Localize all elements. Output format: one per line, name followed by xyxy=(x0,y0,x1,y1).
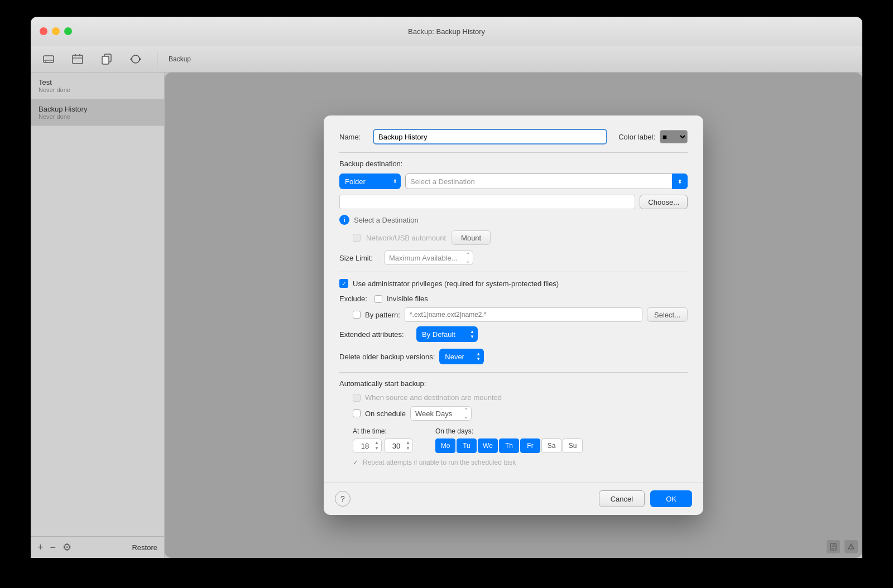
sidebar-item-bh-status: Never done xyxy=(39,113,156,120)
window-controls[interactable] xyxy=(40,27,72,35)
day-th-button[interactable]: Th xyxy=(499,438,519,453)
time-days-row: At the time: 18 ▲ ▼ xyxy=(339,427,688,453)
day-tu-button[interactable]: Tu xyxy=(457,438,477,453)
sidebar-item-bh-name: Backup History xyxy=(39,105,156,113)
sidebar-footer: + − ⚙ Restore xyxy=(31,536,164,558)
add-backup-button[interactable]: + xyxy=(37,542,44,553)
backup-label: Backup xyxy=(169,55,191,63)
day-sa-button[interactable]: Sa xyxy=(541,438,561,453)
path-row: Choose... xyxy=(339,195,688,209)
repeat-row: ✓ Repeat attempts if unable to run the s… xyxy=(339,459,688,466)
sync-toolbar-icon[interactable] xyxy=(126,49,146,69)
repeat-label: Repeat attempts if unable to run the sch… xyxy=(363,459,516,466)
destination-select[interactable]: Select a Destination xyxy=(405,173,688,189)
admin-priv-row: ✓ Use administrator privileges (required… xyxy=(339,279,688,288)
name-input[interactable] xyxy=(373,129,607,144)
minute-up-arrow[interactable]: ▲ xyxy=(406,440,410,446)
restore-button[interactable]: Restore xyxy=(132,543,157,552)
network-row: Network/USB automount Mount xyxy=(339,230,688,245)
size-limit-row: Size Limit: Maximum Available... ⌃⌄ xyxy=(339,250,688,265)
delete-versions-wrapper: Never ▲ ▼ xyxy=(439,349,484,364)
window-title: Backup: Backup History xyxy=(408,27,485,36)
pattern-input[interactable] xyxy=(405,307,642,322)
hour-value: 18 xyxy=(356,442,375,450)
days-buttons: Mo Tu We Th Fr Sa Su xyxy=(435,438,583,453)
size-limit-wrapper: Maximum Available... ⌃⌄ xyxy=(384,250,473,265)
size-limit-select[interactable]: Maximum Available... xyxy=(384,250,473,265)
delete-versions-row: Delete older backup versions: Never ▲ ▼ xyxy=(339,349,688,364)
backup-dest-label: Backup destination: xyxy=(339,160,688,168)
folder-type-select[interactable]: Folder xyxy=(339,173,401,189)
size-limit-label: Size Limit: xyxy=(339,254,378,262)
extended-attr-wrapper: By Default ▲ ▼ xyxy=(416,326,478,342)
delete-versions-select[interactable]: Never xyxy=(439,349,484,364)
backup-toolbar-icon[interactable] xyxy=(39,49,59,69)
divider-1 xyxy=(339,152,688,153)
remove-backup-button[interactable]: − xyxy=(50,542,56,553)
day-su-button[interactable]: Su xyxy=(563,438,583,453)
by-pattern-label: By pattern: xyxy=(365,311,400,319)
divider-2 xyxy=(339,272,688,272)
minute-spinbox[interactable]: 30 ▲ ▼ xyxy=(384,438,413,453)
admin-priv-label: Use administrator privileges (required f… xyxy=(353,279,559,288)
sidebar: Test Never done Backup History Never don… xyxy=(31,73,165,558)
content-area: drag and drop them. xyxy=(165,73,862,558)
sidebar-item-test[interactable]: Test Never done xyxy=(31,73,164,99)
minimize-button[interactable] xyxy=(52,27,60,35)
days-section: On the days: Mo Tu We Th Fr Sa Su xyxy=(435,427,583,453)
info-icon: i xyxy=(339,215,349,225)
on-schedule-label: On schedule xyxy=(365,409,406,418)
copy-toolbar-icon[interactable] xyxy=(97,49,117,69)
day-we-button[interactable]: We xyxy=(478,438,498,453)
dest-type-row: Folder ⬍ Select a Destination xyxy=(339,173,688,189)
admin-priv-checkbox[interactable]: ✓ xyxy=(339,279,348,288)
color-label-section: Color label: ■ xyxy=(618,130,688,143)
on-days-label: On the days: xyxy=(435,427,583,435)
name-label: Name: xyxy=(339,133,367,141)
auto-start-label: Automatically start backup: xyxy=(339,379,688,388)
schedule-row: On schedule Week Days ⌃⌄ xyxy=(339,406,688,421)
svg-point-2 xyxy=(45,61,46,62)
path-input[interactable] xyxy=(339,195,635,209)
invisible-files-label: Invisible files xyxy=(387,295,428,303)
close-button[interactable] xyxy=(40,27,47,35)
invisible-files-checkbox[interactable] xyxy=(375,295,382,303)
pattern-select-button[interactable]: Select... xyxy=(647,307,688,322)
footer-buttons: Cancel OK xyxy=(599,490,692,507)
on-schedule-checkbox[interactable] xyxy=(353,409,361,417)
schedule-frequency-select[interactable]: Week Days xyxy=(410,406,472,421)
hour-down-arrow[interactable]: ▼ xyxy=(375,446,379,451)
dest-hint-row: i Select a Destination xyxy=(339,215,688,225)
schedule-toolbar-icon[interactable] xyxy=(68,49,88,69)
help-button[interactable]: ? xyxy=(335,491,351,507)
svg-rect-3 xyxy=(73,55,83,64)
hour-spinbox[interactable]: 18 ▲ ▼ xyxy=(353,438,382,453)
time-inputs: 18 ▲ ▼ 30 ▲ xyxy=(353,438,413,453)
by-pattern-checkbox[interactable] xyxy=(353,311,361,319)
when-mounted-label: When source and destination are mounted xyxy=(365,393,502,402)
hour-up-arrow[interactable]: ▲ xyxy=(375,440,379,446)
toolbar: Backup xyxy=(31,46,862,73)
svg-marker-10 xyxy=(130,57,132,61)
day-fr-button[interactable]: Fr xyxy=(520,438,540,453)
choose-button[interactable]: Choose... xyxy=(640,195,688,209)
svg-marker-9 xyxy=(139,57,141,61)
day-mo-button[interactable]: Mo xyxy=(435,438,455,453)
svg-rect-0 xyxy=(44,56,54,62)
settings-button[interactable]: ⚙ xyxy=(63,541,71,553)
divider-3 xyxy=(339,372,688,373)
ok-button[interactable]: OK xyxy=(650,490,692,507)
toolbar-label: Backup xyxy=(169,55,191,63)
sidebar-item-test-status: Never done xyxy=(39,86,156,93)
color-label-text: Color label: xyxy=(618,133,655,141)
maximize-button[interactable] xyxy=(64,27,72,35)
mount-button[interactable]: Mount xyxy=(452,230,491,245)
exclude-label: Exclude: xyxy=(339,295,370,303)
name-row: Name: Color label: ■ xyxy=(339,129,688,144)
cancel-button[interactable]: Cancel xyxy=(599,490,645,507)
sidebar-item-test-name: Test xyxy=(39,78,156,86)
extended-attr-select[interactable]: By Default xyxy=(416,326,478,342)
minute-down-arrow[interactable]: ▼ xyxy=(406,446,410,451)
sidebar-item-backup-history[interactable]: Backup History Never done xyxy=(31,99,164,126)
color-select[interactable]: ■ xyxy=(660,130,688,143)
